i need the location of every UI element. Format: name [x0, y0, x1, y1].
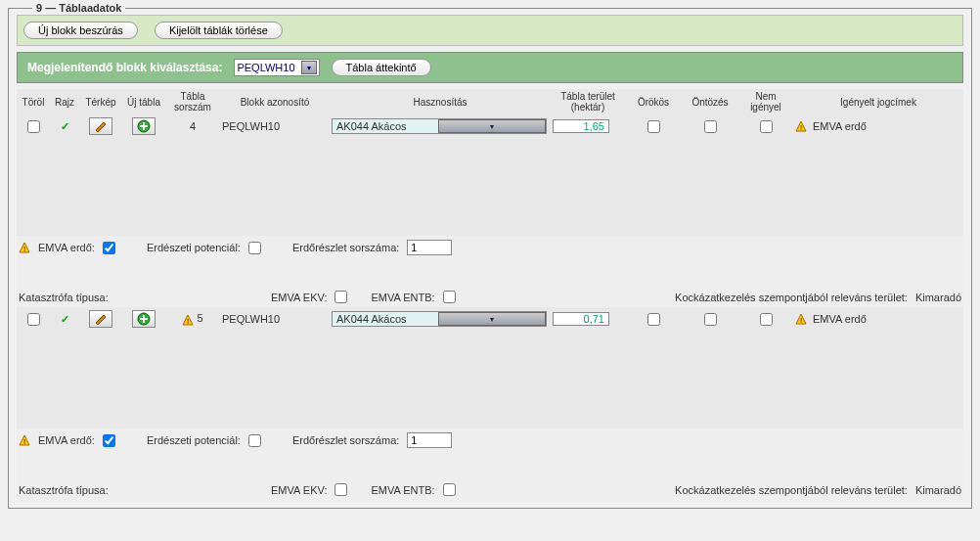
emva-erdo-checkbox[interactable] [103, 434, 115, 447]
emva-ekv-label: EMVA EKV: [271, 484, 327, 496]
katasztrofa-subrow: Katasztrófa típusa: EMVA EKV: EMVA ENTB:… [17, 287, 963, 307]
chevron-down-icon[interactable]: ▾ [301, 61, 317, 74]
hdr-terkep: Térkép [79, 95, 122, 110]
emva-ekv-label: EMVA EKV: [271, 292, 327, 303]
map-button[interactable] [89, 117, 112, 135]
erdeszeti-potencial-label: Erdészeti potenciál: [147, 434, 241, 446]
table-overview-button[interactable]: Tábla áttekintő [332, 59, 431, 76]
kockazat-label: Kockázatkezelés szempontjából releváns t… [675, 484, 908, 496]
toolbar-bar: Új blokk beszúrás Kijelölt táblák törlés… [17, 15, 963, 46]
emva-entb-checkbox[interactable] [443, 483, 456, 496]
delete-selected-button[interactable]: Kijelölt táblák törlése [155, 22, 283, 39]
erdeszeti-potencial-label: Erdészeti potenciál: [147, 242, 241, 253]
orokos-checkbox[interactable] [647, 120, 660, 133]
emva-entb-label: EMVA ENTB: [371, 484, 434, 496]
claim-label: EMVA erdő [813, 120, 867, 132]
hdr-haszn: Hasznosítás [330, 95, 551, 110]
delete-checkbox[interactable] [27, 120, 40, 133]
warning-icon: ! [795, 120, 807, 132]
kockazat-label: Kockázatkezelés szempontjából releváns t… [675, 292, 908, 303]
emva-subrow: ! EMVA erdő: Erdészeti potenciál: Erdőré… [17, 236, 963, 259]
sorszam-value: 5 [197, 312, 202, 324]
emva-entb-label: EMVA ENTB: [371, 292, 434, 303]
block-selector-label: Megjelenítendő blokk kiválasztása: [27, 61, 222, 74]
nemigenyel-checkbox[interactable] [760, 120, 773, 133]
hasznositas-value: AK044 Akácos [333, 119, 438, 133]
orokos-checkbox[interactable] [647, 313, 660, 326]
pencil-icon [94, 313, 108, 325]
erdoreszlet-sorszam-label: Erdőrészlet sorszáma: [292, 434, 399, 446]
warning-icon: ! [182, 314, 194, 326]
svg-text:!: ! [23, 437, 25, 446]
table-header-row: Töröl Rajz Térkép Új tábla Tábla sorszám… [17, 89, 963, 114]
new-table-button[interactable] [132, 310, 156, 328]
hdr-orokos: Örökös [625, 95, 682, 110]
hdr-blokk: Blokk azonosító [220, 95, 330, 110]
hdr-sorszam: Tábla sorszám [165, 89, 220, 114]
warning-icon: ! [19, 434, 30, 446]
spacer [17, 259, 963, 287]
plus-icon [137, 312, 151, 326]
katasztrofa-label: Katasztrófa típusa: [19, 484, 263, 496]
erdoreszlet-sorszam-input[interactable] [407, 432, 452, 448]
table-row: ✓ 4 PEQLWH10 AK044 Akácos ▾ 1,65 ! EMV [17, 114, 963, 138]
claim-label: EMVA erdő [813, 313, 867, 325]
blokk-value: PEQLWH10 [220, 312, 330, 326]
emva-entb-checkbox[interactable] [443, 291, 456, 303]
plus-icon [137, 119, 151, 133]
emva-ekv-checkbox[interactable] [334, 483, 347, 496]
tablaadatok-panel: 9 — Táblaadatok Új blokk beszúrás Kijelö… [8, 8, 972, 509]
ontozes-checkbox[interactable] [704, 120, 717, 133]
kockazat-value: Kimaradó [915, 484, 961, 496]
terulet-input[interactable]: 1,65 [553, 119, 609, 133]
warning-icon: ! [795, 313, 807, 325]
hdr-ontozes: Öntözés [682, 95, 738, 110]
new-table-button[interactable] [132, 117, 156, 135]
emva-subrow: ! EMVA erdő: Erdészeti potenciál: Erdőré… [17, 428, 963, 452]
hdr-ujtabla: Új tábla [122, 95, 165, 110]
map-button[interactable] [89, 310, 112, 328]
hdr-jogcimek: Igényelt jogcímek [793, 95, 963, 110]
terulet-input[interactable]: 0,71 [553, 312, 609, 326]
katasztrofa-label: Katasztrófa típusa: [19, 292, 263, 303]
block-selector-bar: Megjelenítendő blokk kiválasztása: PEQLW… [17, 52, 963, 83]
emva-erdo-checkbox[interactable] [103, 242, 115, 254]
erdeszeti-potencial-checkbox[interactable] [248, 242, 261, 254]
hdr-terulet: Tábla terület (hektár) [551, 89, 625, 114]
table-grid: Töröl Rajz Térkép Új tábla Tábla sorszám… [17, 89, 963, 500]
emva-erdo-label: EMVA erdő: [38, 242, 95, 253]
erdeszeti-potencial-checkbox[interactable] [248, 434, 261, 447]
svg-text:!: ! [800, 123, 802, 132]
hasznositas-value: AK044 Akácos [333, 312, 438, 326]
panel-body: Új blokk beszúrás Kijelölt táblák törlés… [9, 11, 971, 508]
katasztrofa-subrow: Katasztrófa típusa: EMVA EKV: EMVA ENTB:… [17, 479, 963, 500]
nemigenyel-checkbox[interactable] [760, 313, 773, 326]
emva-ekv-checkbox[interactable] [334, 291, 347, 303]
erdoreszlet-sorszam-label: Erdőrészlet sorszáma: [292, 242, 399, 253]
hasznositas-select[interactable]: AK044 Akácos ▾ [332, 311, 547, 327]
svg-text:!: ! [23, 245, 25, 253]
panel-legend: 9 — Táblaadatok [32, 2, 125, 14]
svg-text:!: ! [800, 316, 802, 325]
erdoreszlet-sorszam-input[interactable] [407, 240, 452, 255]
row-spacer [17, 138, 963, 236]
hdr-rajz: Rajz [50, 95, 79, 110]
kockazat-value: Kimaradó [915, 292, 961, 303]
insert-block-button[interactable]: Új blokk beszúrás [23, 22, 138, 39]
blokk-value: PEQLWH10 [220, 119, 330, 133]
chevron-down-icon[interactable]: ▾ [438, 119, 546, 133]
sorszam-value: 4 [165, 119, 220, 133]
draw-status-icon: ✓ [61, 120, 69, 132]
draw-status-icon: ✓ [61, 313, 69, 325]
block-selector-dropdown[interactable]: PEQLWH10 ▾ [234, 59, 319, 76]
spacer [17, 452, 963, 479]
pencil-icon [94, 120, 108, 132]
hdr-nemigenyel: Nem igényel [738, 89, 793, 114]
hdr-torol: Töröl [17, 95, 50, 110]
chevron-down-icon[interactable]: ▾ [438, 312, 546, 326]
delete-checkbox[interactable] [27, 313, 40, 326]
row-spacer [17, 331, 963, 428]
table-row: ✓ ! 5 PEQLWH10 AK044 Akácos ▾ 0,71 [17, 307, 963, 331]
hasznositas-select[interactable]: AK044 Akácos ▾ [332, 118, 547, 134]
ontozes-checkbox[interactable] [704, 313, 717, 326]
